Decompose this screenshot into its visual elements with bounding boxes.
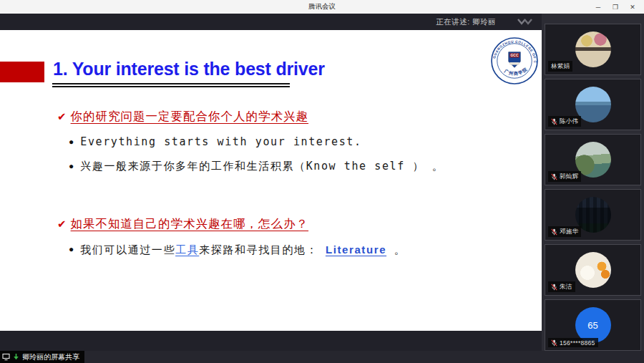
muted-mic-icon (551, 284, 557, 291)
text-segment: Everything starts with your interest. (80, 135, 361, 148)
section-heading-text: 你的研究问题一定要配合你个人的学术兴趣 (71, 109, 309, 125)
bullet-dot-icon: ● (69, 135, 74, 150)
participant-name-chip: 陈小伟 (548, 116, 581, 127)
minimize-icon[interactable]: ─ (590, 0, 607, 14)
avatar (575, 252, 611, 288)
participant-tile[interactable]: 65156****8865 (545, 299, 641, 351)
text-segment: 我们可以通过一些 (80, 243, 175, 256)
screen-share-status-chip[interactable]: 卿玲丽的屏幕共享 (0, 351, 84, 363)
participant-tile[interactable]: 朱洁 (545, 244, 641, 296)
bullet-dot-icon: ● (69, 159, 74, 174)
section-heading: ✔你的研究问题一定要配合你个人的学术兴趣 (57, 109, 501, 125)
text-segment: 兴趣一般来源于你多年的工作和生活积累（Know the self ） 。 (80, 160, 444, 173)
checkmark-icon: ✔ (57, 109, 67, 125)
now-speaking-label: 正在讲述: 卿玲丽 (436, 17, 496, 27)
meeting-window: 腾讯会议 ─ ❐ ✕ 正在讲述: 卿玲丽 1. Your interest is… (0, 0, 644, 363)
slide-title: 1. Your interest is the best driver (53, 59, 325, 79)
shared-screen-area: 正在讲述: 卿玲丽 1. Your interest is the best d… (0, 14, 542, 351)
participant-name: 朱洁 (560, 283, 572, 291)
bottom-status-bar: 卿玲丽的屏幕共享 (0, 351, 644, 363)
muted-mic-icon (551, 118, 557, 125)
speaker-bar: 正在讲述: 卿玲丽 (0, 14, 542, 30)
participant-tile[interactable]: 邓施华 (545, 189, 641, 241)
participant-tile[interactable]: 林紫娟 (545, 24, 641, 75)
checkmark-icon: ✔ (57, 216, 67, 232)
bullet-text: 兴趣一般来源于你多年的工作和生活积累（Know the self ） 。 (80, 159, 444, 174)
layout-chevrons-icon[interactable] (516, 17, 535, 27)
maximize-icon[interactable]: ❐ (607, 0, 624, 14)
monitor-icon (2, 353, 10, 361)
participant-name: 林紫娟 (551, 62, 570, 71)
participant-tile[interactable]: 陈小伟 (545, 79, 641, 130)
participant-name: 156****8865 (560, 339, 595, 347)
college-seal-logo: GUANGZHOU COLLEGE OF COMMERCE 广州商学院 GCC (491, 37, 538, 84)
bullet-line: ●Everything starts with your interest. (69, 135, 501, 150)
bullet-text: 我们可以通过一些工具来探路和寻找目的地： Literature 。 (80, 242, 406, 258)
bullet-dot-icon: ● (69, 242, 74, 257)
participant-name-chip: 邓施华 (548, 226, 581, 237)
presentation-slide: 1. Your interest is the best driver ✔你的研… (0, 30, 542, 331)
bullet-line: ●我们可以通过一些工具来探路和寻找目的地： Literature 。 (69, 242, 501, 258)
section-heading-text: 如果不知道自己的学术兴趣在哪，怎么办？ (71, 216, 309, 232)
participants-sidebar: 林紫娟陈小伟郭灿辉邓施华朱洁65156****8865 (542, 14, 644, 351)
participant-name: 陈小伟 (560, 117, 578, 126)
bullet-text: Everything starts with your interest. (80, 135, 361, 150)
participant-name-chip: 林紫娟 (548, 61, 572, 72)
slide-red-accent-block (0, 62, 44, 82)
participant-name-chip: 朱洁 (548, 281, 575, 292)
slide-body: ✔你的研究问题一定要配合你个人的学术兴趣●Everything starts w… (57, 109, 501, 267)
window-controls: ─ ❐ ✕ (590, 0, 641, 14)
section-gap (57, 183, 501, 216)
participant-name-chip: 156****8865 (548, 338, 598, 347)
participant-name-chip: 郭灿辉 (548, 171, 581, 182)
text-segment: 。 (386, 243, 406, 256)
titlebar: 腾讯会议 ─ ❐ ✕ (0, 0, 644, 14)
inline-link[interactable]: 工具 (175, 243, 199, 256)
muted-mic-icon (551, 173, 557, 180)
muted-mic-icon (551, 339, 557, 347)
window-title: 腾讯会议 (308, 2, 336, 11)
participant-name: 郭灿辉 (560, 173, 578, 181)
download-arrow-icon (12, 353, 20, 361)
share-label: 卿玲丽的屏幕共享 (22, 352, 79, 362)
inline-link[interactable]: Literature (326, 243, 386, 256)
text-segment: 来探路和寻找目的地： (199, 243, 326, 256)
muted-mic-icon (551, 228, 557, 236)
title-underline (52, 83, 290, 87)
bullet-line: ●兴趣一般来源于你多年的工作和生活积累（Know the self ） 。 (69, 159, 501, 174)
logo-shield-text: GCC (511, 54, 519, 57)
close-icon[interactable]: ✕ (624, 0, 641, 14)
section-heading: ✔如果不知道自己的学术兴趣在哪，怎么办？ (57, 216, 501, 232)
avatar (575, 32, 611, 67)
participant-tile[interactable]: 郭灿辉 (545, 134, 641, 185)
participant-name: 邓施华 (560, 228, 578, 236)
